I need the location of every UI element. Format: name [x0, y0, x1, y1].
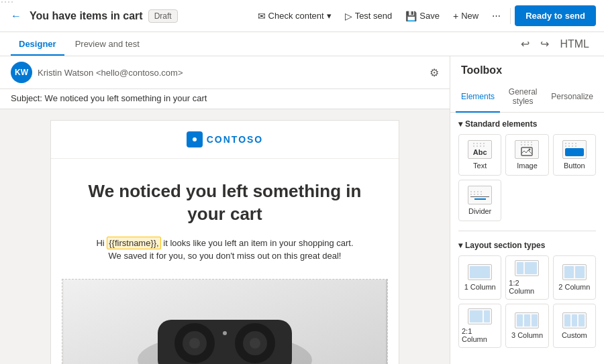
- redo-button[interactable]: ↪: [536, 35, 553, 53]
- text-element-icon: Abc: [468, 140, 492, 159]
- toolbox-title: Toolbox: [450, 56, 604, 76]
- collapse-icon: ▾: [458, 119, 462, 129]
- email-settings-button[interactable]: ⚙: [430, 66, 439, 79]
- draft-badge: Draft: [148, 9, 178, 23]
- sub-nav-right: ↩ ↪ HTML: [517, 35, 593, 53]
- avatar: KW: [11, 62, 32, 83]
- layout-section-types-header[interactable]: ▾ Layout section types: [458, 241, 596, 250]
- main-layout: KW Kristin Watson <hello@contoso.com> ⚙ …: [0, 56, 604, 364]
- tab-personalize[interactable]: Personalize: [546, 82, 599, 113]
- layout-item-2col[interactable]: 2 Column: [553, 255, 596, 300]
- divider-element-icon: [468, 186, 492, 204]
- email-paragraph-2: We saved it for you, so you don't miss o…: [78, 249, 372, 263]
- standard-elements-section: ▾ Standard elements Abc: [450, 113, 604, 228]
- email-frame[interactable]: CONTOSO We noticed you left something in…: [50, 120, 399, 364]
- product-shape: [62, 280, 387, 364]
- plus-icon: +: [453, 11, 458, 21]
- product-image: [62, 280, 387, 364]
- layout-icon-3col: [515, 312, 539, 328]
- html-button[interactable]: HTML: [556, 36, 593, 53]
- svg-point-15: [529, 149, 531, 151]
- top-bar: ← You have items in cart Draft ✉ Check c…: [0, 0, 604, 32]
- logo-icon: [187, 131, 203, 147]
- save-button[interactable]: 💾 Save: [400, 7, 445, 25]
- tab-designer[interactable]: Designer: [11, 34, 64, 56]
- ready-to-send-button[interactable]: Ready to send: [515, 5, 596, 26]
- layout-icon-custom: [562, 312, 587, 328]
- layout-item-1col[interactable]: 1 Column: [458, 255, 501, 300]
- layout-icon-2col: [562, 264, 587, 280]
- svg-point-10: [250, 338, 260, 349]
- page-title: You have items in cart: [30, 10, 143, 22]
- undo-button[interactable]: ↩: [517, 35, 534, 53]
- email-area: KW Kristin Watson <hello@contoso.com> ⚙ …: [0, 56, 450, 364]
- layout-item-1-2col[interactable]: 1:2 Column: [505, 255, 548, 300]
- email-paragraph-1: Hi {{firstname}}, it looks like you left…: [78, 237, 372, 250]
- button-element-icon: [562, 140, 587, 159]
- top-bar-right: ✉ Check content ▾ ▷ Test send 💾 Save + N…: [252, 5, 596, 26]
- standard-elements-header[interactable]: ▾ Standard elements: [458, 119, 596, 129]
- layout-icon-1col: [468, 264, 492, 280]
- toolbox-item-button[interactable]: Button: [553, 134, 596, 176]
- layout-item-custom[interactable]: Custom: [553, 304, 596, 348]
- email-header: CONTOSO: [51, 121, 399, 159]
- layout-icon-1-2col: [515, 260, 539, 276]
- email-subject: Subject: We noticed you left something i…: [0, 89, 450, 109]
- envelope-icon: ✉: [258, 11, 266, 21]
- email-body: We noticed you left something in your ca…: [51, 159, 399, 279]
- more-options-button[interactable]: ⋯: [487, 7, 506, 25]
- toolbox-tabs: Elements General styles Personalize: [450, 82, 604, 113]
- sub-nav: Designer Preview and test ↩ ↪ HTML: [0, 32, 604, 56]
- standard-elements-grid: Abc Text: [458, 134, 596, 221]
- svg-point-11: [223, 331, 227, 335]
- contoso-logo: CONTOSO: [187, 131, 264, 147]
- personalization-token: {{firstname}},: [107, 237, 160, 249]
- layout-item-3col[interactable]: 3 Column: [505, 304, 548, 348]
- toolbox-item-text[interactable]: Abc Text: [458, 134, 501, 176]
- check-content-button[interactable]: ✉ Check content ▾: [252, 7, 337, 25]
- email-image-section[interactable]: [62, 279, 388, 364]
- image-element-icon: [515, 140, 539, 159]
- test-send-button[interactable]: ▷ Test send: [340, 7, 398, 25]
- layout-icon-2-1col: [468, 308, 492, 324]
- email-from: Kristin Watson <hello@contoso.com>: [38, 68, 424, 78]
- new-button[interactable]: + New: [448, 7, 484, 25]
- toolbox-item-divider[interactable]: Divider: [458, 180, 501, 221]
- layout-section-types-section: ▾ Layout section types 1 Column: [450, 234, 604, 355]
- toolbar-divider: [510, 8, 511, 24]
- chevron-down-icon: ▾: [327, 11, 332, 21]
- toolbox-section-divider: [458, 231, 596, 231]
- svg-point-7: [189, 338, 200, 349]
- tab-preview-and-test[interactable]: Preview and test: [67, 34, 148, 56]
- email-headline: We noticed you left something in your ca…: [78, 180, 372, 226]
- tab-elements[interactable]: Elements: [456, 82, 500, 113]
- toolbox-item-image[interactable]: Image: [505, 134, 548, 176]
- send-icon: ▷: [345, 11, 352, 21]
- layout-item-2-1col[interactable]: 2:1 Column: [458, 304, 501, 348]
- toolbox: Toolbox Elements General styles Personal…: [450, 56, 604, 364]
- email-canvas: CONTOSO We noticed you left something in…: [0, 109, 450, 364]
- tab-general-styles[interactable]: General styles: [500, 82, 546, 113]
- top-bar-left: ← You have items in cart Draft: [8, 7, 247, 25]
- collapse-icon-2: ▾: [458, 241, 462, 250]
- back-button[interactable]: ←: [8, 7, 24, 25]
- save-icon: 💾: [405, 11, 417, 21]
- layout-section-types-grid: 1 Column 1:2 Column 2 Column: [458, 255, 596, 348]
- email-meta: KW Kristin Watson <hello@contoso.com> ⚙: [0, 56, 450, 89]
